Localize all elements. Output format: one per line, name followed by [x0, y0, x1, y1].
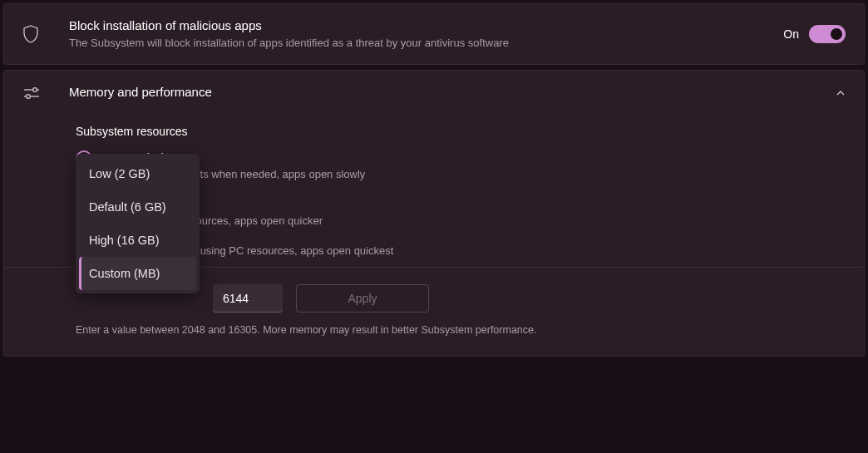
memory-preset-dropdown: Low (2 GB) Default (6 GB) High (16 GB) C… — [76, 154, 200, 293]
toggle-container: On — [783, 25, 846, 43]
card-body: Subsystem resources As needed The Subsys… — [4, 115, 864, 357]
block-apps-title: Block installation of malicious apps — [69, 17, 783, 34]
subsystem-resources-label: Subsystem resources — [76, 125, 846, 138]
expander-chevron[interactable] — [829, 88, 846, 98]
dropdown-item-low[interactable]: Low (2 GB) — [79, 157, 196, 190]
memory-helper-text: Enter a value between 2048 and 16305. Mo… — [76, 324, 846, 336]
svg-point-1 — [33, 87, 37, 91]
dropdown-item-default[interactable]: Default (6 GB) — [79, 190, 196, 224]
card-header[interactable]: Memory and performance — [4, 71, 864, 114]
apply-button[interactable]: Apply — [296, 284, 429, 313]
toggle-knob — [831, 28, 842, 40]
card-text: Memory and performance — [69, 84, 829, 101]
chevron-up-icon — [836, 88, 846, 98]
dropdown-item-custom[interactable]: Custom (MB) — [79, 257, 196, 290]
card-header: Block installation of malicious apps The… — [4, 4, 864, 64]
card-text: Block installation of malicious apps The… — [69, 17, 783, 51]
toggle-on-label: On — [783, 27, 799, 41]
svg-point-3 — [27, 94, 31, 98]
shield-icon — [22, 25, 52, 43]
memory-performance-card: Memory and performance Subsystem resourc… — [3, 70, 865, 357]
memory-value-input[interactable] — [213, 284, 283, 313]
block-apps-desc: The Subsystem will block installation of… — [69, 36, 783, 51]
sliders-icon — [22, 86, 52, 101]
block-apps-toggle[interactable] — [809, 25, 846, 43]
memory-allocation-row: Low (2 GB) Default (6 GB) High (16 GB) C… — [76, 284, 846, 313]
block-malicious-apps-card: Block installation of malicious apps The… — [3, 3, 865, 65]
dropdown-item-high[interactable]: High (16 GB) — [79, 224, 196, 257]
memory-performance-title: Memory and performance — [69, 84, 829, 101]
